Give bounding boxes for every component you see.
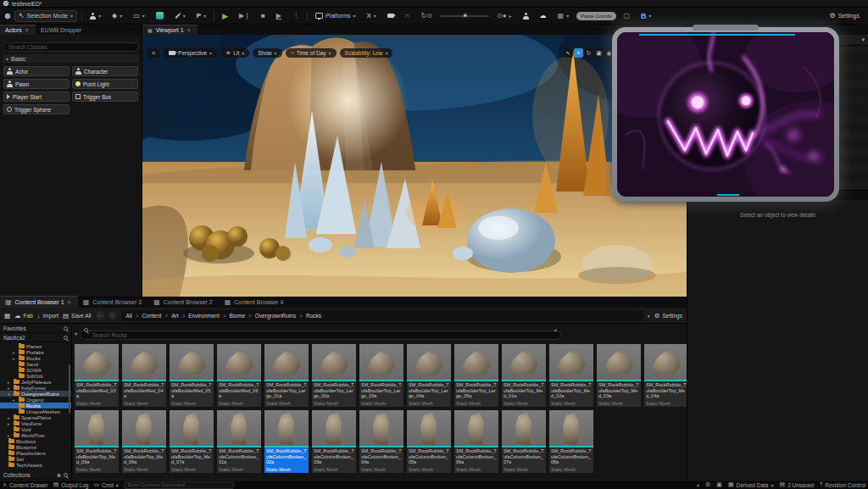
content-drawer-button[interactable]: ∧Content Drawer bbox=[3, 481, 48, 488]
tab-content-browser-2[interactable]: ▦Content Browser 2 bbox=[148, 297, 220, 308]
asset-tile[interactable]: SM_RockRubble_TufaBoulderMed_03aStatic M… bbox=[75, 344, 119, 407]
breadcrumb-item-biome[interactable]: Biome bbox=[230, 313, 245, 319]
folder-blockout[interactable]: Blockout bbox=[0, 438, 71, 444]
basic-section-header[interactable]: ▾ Basic bbox=[3, 54, 139, 63]
cmd-dropdown[interactable]: ▭Cmd▾ bbox=[93, 481, 118, 488]
search-rocks-input[interactable] bbox=[80, 331, 561, 340]
trace-chevron-icon[interactable]: ▾ bbox=[697, 482, 699, 488]
folder-sand[interactable]: Sand bbox=[0, 361, 71, 367]
play-options-button[interactable]: ⋮ bbox=[289, 10, 303, 22]
folder-rocks[interactable]: ▸Rocks bbox=[0, 355, 71, 361]
unsaved-button[interactable]: ▤2 Unsaved bbox=[780, 481, 815, 488]
viewport-menu-button[interactable]: ≡ bbox=[147, 48, 160, 58]
viewport-pill-perspective[interactable]: Perspective▾ bbox=[164, 48, 217, 58]
scale-tool-icon[interactable]: ▣ bbox=[594, 48, 604, 58]
actor-item-trigger-box[interactable]: Trigger Box⋮ bbox=[72, 92, 138, 102]
folder-overgrownruins[interactable]: ▾OvergrownRuins bbox=[0, 391, 71, 397]
paste-coords-button[interactable]: Paste Coords bbox=[576, 12, 615, 20]
asset-tile[interactable]: SM_RockRubble_TufaBoulderMed_04aStatic M… bbox=[122, 344, 166, 407]
stop-button[interactable]: ■ bbox=[258, 10, 269, 22]
settings-button[interactable]: ⚙Settings bbox=[826, 10, 863, 22]
revision-control-button[interactable]: ⤒Revision Control bbox=[820, 481, 865, 488]
close-icon[interactable]: × bbox=[68, 299, 71, 305]
blueprints-button[interactable]: ◈▾ bbox=[108, 10, 125, 22]
folder-worldtree[interactable]: ▸WorldTree bbox=[0, 432, 71, 438]
viewport-pill-scalability-low[interactable]: Scalability: Low▾ bbox=[340, 48, 393, 58]
screenshot-icon[interactable]: ▣ bbox=[716, 481, 722, 488]
fab-button[interactable]: ☁Fab bbox=[14, 312, 33, 320]
asset-tile[interactable]: SM_RockRubble_TufaBoulderTop_Med_04aStat… bbox=[644, 344, 687, 407]
tab-content-browser-4[interactable]: ▦Content Browser 4 bbox=[220, 297, 291, 308]
save-all-button[interactable]: ▤Save All bbox=[63, 312, 92, 320]
tree-scrollbar[interactable] bbox=[69, 364, 70, 414]
multi-user-button[interactable] bbox=[520, 10, 532, 22]
tab-content-browser-1[interactable]: ▦Content Browser 1× bbox=[0, 296, 78, 308]
collections-row[interactable]: Collections⊕ bbox=[0, 470, 71, 480]
tab-actors[interactable]: Actors× bbox=[0, 25, 36, 35]
tab-euwb-dropper[interactable]: EUWB Dropper bbox=[36, 25, 88, 35]
chevron-down-icon[interactable]: ▾ bbox=[554, 327, 557, 333]
back-button[interactable]: ← bbox=[96, 311, 104, 320]
actor-item-pawn[interactable]: Pawn⋮ bbox=[3, 79, 70, 89]
breadcrumb-item-rocks[interactable]: Rocks bbox=[306, 313, 321, 319]
asset-tile[interactable]: SM_RockRubble_TufaBoulderTop_Med_06aStat… bbox=[122, 410, 166, 473]
procedural-button[interactable]: P▾ bbox=[193, 10, 209, 22]
folder-jellyplateaus[interactable]: ▸JellyPlateaus bbox=[0, 379, 71, 385]
editor-home-icon[interactable]: U bbox=[5, 14, 10, 19]
actor-item-point-light[interactable]: Point Light⋮ bbox=[72, 79, 138, 89]
outliner-filter-chevron-icon[interactable]: ▾ bbox=[861, 36, 865, 43]
blueprint-b-dropdown[interactable]: B▾ bbox=[637, 10, 655, 22]
tools-button[interactable]: X▾ bbox=[363, 10, 379, 22]
breadcrumb-item-art[interactable]: Art bbox=[171, 313, 178, 319]
select-tool-icon[interactable]: ↖ bbox=[564, 48, 573, 58]
scale-snap-button[interactable]: ⊙●▸ bbox=[493, 10, 515, 22]
asset-tile[interactable]: SM_RockRubble_TufaBoulderTop_Large_05aSt… bbox=[454, 344, 498, 407]
asset-tile[interactable]: SM_RockRubble_TufaColumnBroken_07aStatic… bbox=[502, 410, 546, 473]
grid-settings-button[interactable]: ▦▾ bbox=[554, 10, 573, 22]
folder-vepzone[interactable]: ▸VepZone bbox=[0, 420, 71, 426]
tab-content-browser-3[interactable]: ▦Content Browser 3 bbox=[78, 297, 149, 308]
breadcrumb-item-overgrownruins[interactable]: OvergrownRuins bbox=[255, 313, 296, 319]
breadcrumb-item-content[interactable]: Content bbox=[142, 313, 162, 319]
folder-organic[interactable]: ▸Organic bbox=[0, 397, 71, 403]
asset-tile[interactable]: SM_RockRubble_TufaBoulderMed_06aStatic M… bbox=[217, 344, 261, 407]
search-classes-input[interactable] bbox=[3, 42, 139, 52]
folder-placeholders[interactable]: Placeholders bbox=[0, 450, 71, 456]
asset-tile[interactable]: SM_RockRubble_TufaBoulderTop_Large_03aSt… bbox=[359, 344, 403, 407]
path-chevron-icon[interactable]: ▾ bbox=[648, 313, 650, 319]
add-icon[interactable]: ▦ bbox=[4, 312, 10, 320]
asset-tile[interactable]: SM_RockRubble_TufaBoulderTop_Med_03aStat… bbox=[597, 344, 641, 407]
selection-mode-button[interactable]: ↖ Selection Mode ▾ bbox=[14, 10, 77, 22]
filter-icon[interactable]: ▾ bbox=[75, 331, 77, 336]
breadcrumb-item-all[interactable]: All bbox=[126, 313, 132, 319]
asset-tile[interactable]: SM_RockRubble_TufaBoulderTop_Large_04aSt… bbox=[407, 344, 451, 407]
asset-tile[interactable]: SM_RockRubble_TufaBoulderTop_Med_01aStat… bbox=[502, 344, 546, 407]
asset-tile[interactable]: SM_RockRubble_TufaBoulderTop_Med_05aStat… bbox=[75, 410, 119, 473]
frame-advance-button[interactable]: ▶ bbox=[273, 10, 285, 22]
search-icon[interactable] bbox=[64, 326, 68, 331]
asset-tile[interactable]: SM_RockRubble_TufaBoulderTop_Large_02aSt… bbox=[312, 344, 356, 407]
play-button[interactable]: ▶ bbox=[219, 10, 231, 22]
camera-speed-slider[interactable]: ☀ bbox=[440, 15, 489, 17]
viewport-pill-time-of-day[interactable]: ◔Time of Day▾ bbox=[286, 48, 337, 58]
asset-tile[interactable]: SM_RockRubble_TufaBoulderMed_05aStatic M… bbox=[170, 344, 214, 407]
folder-rocks[interactable]: Rocks bbox=[0, 403, 71, 408]
actor-item-player-start[interactable]: Player Start⋮ bbox=[3, 92, 70, 102]
asset-tile[interactable]: SM_RockRubble_TufaBoulderTop_Large_01aSt… bbox=[264, 344, 309, 407]
platforms-button[interactable]: Platforms▾ bbox=[312, 10, 359, 22]
add-actor-button[interactable]: ▾ bbox=[86, 10, 104, 22]
folder-kelpforest[interactable]: ▸KelpForest bbox=[0, 385, 71, 391]
folder-void[interactable]: Void bbox=[0, 426, 71, 432]
close-icon[interactable]: × bbox=[187, 27, 191, 33]
forward-button[interactable]: → bbox=[108, 311, 117, 320]
skip-button[interactable]: ▶❘ bbox=[236, 10, 253, 22]
close-icon[interactable]: × bbox=[25, 27, 29, 33]
project-row[interactable]: Nautica2 bbox=[0, 333, 71, 342]
folder-sparseplains[interactable]: ▸SparsePlains bbox=[0, 414, 71, 420]
cube-button[interactable]: ▢ bbox=[620, 10, 634, 22]
asset-tile[interactable]: SM_RockRubble_TufaColumnBroken_03aStatic… bbox=[312, 410, 356, 473]
camera-button[interactable] bbox=[384, 10, 398, 22]
actor-item-trigger-sphere[interactable]: Trigger Sphere⋮ bbox=[3, 104, 70, 114]
favorites-row[interactable]: Favorites bbox=[0, 324, 71, 333]
folder-blueprint[interactable]: Blueprint bbox=[0, 444, 71, 450]
